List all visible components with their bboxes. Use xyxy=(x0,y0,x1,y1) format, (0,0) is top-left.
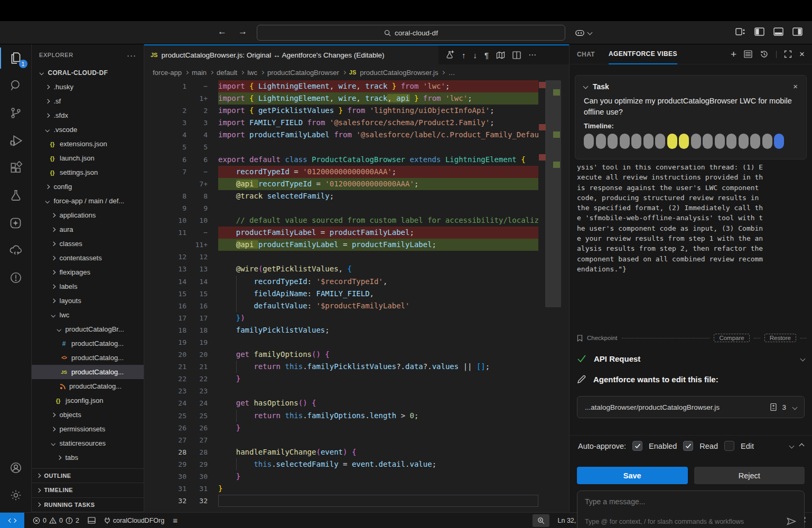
tree-item-productcatalogbr-[interactable]: productCatalogBr... xyxy=(32,322,144,336)
toggle-secondary-sidebar-icon[interactable] xyxy=(792,27,802,36)
agentforce-icon[interactable] xyxy=(0,209,32,237)
default-org-status[interactable]: coralCloudDFOrg xyxy=(104,517,164,524)
reject-button[interactable]: Reject xyxy=(694,467,805,484)
code-line[interactable]: 11+ @api productFamilyLabel = productFam… xyxy=(144,239,569,251)
tree-item-launch-json[interactable]: {}launch.json xyxy=(32,151,144,165)
tree-item-extensions-json[interactable]: {}extensions.json xyxy=(32,137,144,151)
chevron-down-icon[interactable] xyxy=(789,444,795,449)
api-request-row[interactable]: API Request xyxy=(577,350,805,367)
accounts-icon[interactable] xyxy=(0,454,32,482)
breadcrumb-item[interactable]: default xyxy=(217,69,237,77)
tab-agentforce-vibes[interactable]: AGENTFORCE VIBES xyxy=(609,44,677,64)
tree-item-staticresources[interactable]: staticresources xyxy=(32,436,144,450)
expand-panel-icon[interactable] xyxy=(784,50,792,58)
code-line[interactable]: 3030 } xyxy=(144,470,569,483)
code-line[interactable]: 7− recordTypeId = '012000000000000AAA'; xyxy=(144,166,569,178)
problems-icon[interactable] xyxy=(0,264,32,291)
review-changes-icon[interactable] xyxy=(445,50,454,60)
collapse-task-icon[interactable] xyxy=(583,84,589,89)
code-line[interactable]: 7+ @api recordTypeId = '012000000000000A… xyxy=(144,178,569,190)
code-line[interactable]: 11− productFamilyLabel = productFamilyLa… xyxy=(144,227,569,239)
org-browser-cloud-icon[interactable] xyxy=(0,237,32,264)
code-line[interactable]: 2929 this.selectedFamily = event.detail.… xyxy=(144,458,569,470)
send-icon[interactable] xyxy=(786,517,797,526)
code-line[interactable]: 2323 xyxy=(144,385,569,397)
checkbox-edit[interactable] xyxy=(724,441,734,451)
tree-item-objects[interactable]: objects xyxy=(32,408,144,422)
sidebar-section-running-tasks[interactable]: RUNNING TASKS xyxy=(32,498,144,513)
tree-item-layouts[interactable]: layouts xyxy=(32,294,144,308)
problems-status[interactable]: 0 0 2 xyxy=(33,517,79,524)
nav-back-icon[interactable]: ← xyxy=(218,26,227,37)
toggle-panel-icon[interactable] xyxy=(773,27,783,36)
code-line[interactable]: 3232 xyxy=(144,495,569,507)
breadcrumb-item[interactable]: main xyxy=(192,69,207,77)
code-line[interactable]: 88 @track selectedFamily; xyxy=(144,190,569,202)
code-line[interactable]: 1515 fieldApiName: FAMILY_FIELD, xyxy=(144,288,569,300)
chevron-down-icon[interactable] xyxy=(800,356,806,361)
tree-item-classes[interactable]: classes xyxy=(32,237,144,251)
code-line[interactable]: 2727 xyxy=(144,434,569,446)
code-line[interactable]: 1818 familyPicklistValues; xyxy=(144,324,569,336)
code-line[interactable]: 1010 // default value sourced from custo… xyxy=(144,214,569,227)
new-chat-icon[interactable]: + xyxy=(731,49,736,60)
breadcrumb-item[interactable]: productCatalogBrowser.js xyxy=(360,69,438,77)
code-line[interactable]: 22import { getPicklistValues } from 'lig… xyxy=(144,105,569,117)
code-line[interactable]: 1313 @wire(getPicklistValues, { xyxy=(144,263,569,275)
code-line[interactable]: 2020 get familyOptions() { xyxy=(144,348,569,361)
source-control-icon[interactable] xyxy=(0,99,32,127)
message-input[interactable]: Type a message... Type @ for context, / … xyxy=(577,491,805,528)
whitespace-icon[interactable]: ¶ xyxy=(484,51,489,60)
tree-item-aura[interactable]: aura xyxy=(32,222,144,237)
tree-item-settings-json[interactable]: {}settings.json xyxy=(32,165,144,180)
checkbox-enabled[interactable] xyxy=(632,441,642,451)
tree-item-coral-cloud-df[interactable]: CORAL-CLOUD-DF xyxy=(32,65,144,80)
command-center-search[interactable]: coral-cloud-df xyxy=(257,25,565,41)
tree-item--sf[interactable]: .sf xyxy=(32,94,144,108)
code-line[interactable]: 1616 defaultValue: '$productFamilyLabel' xyxy=(144,300,569,312)
tree-item-applications[interactable]: applications xyxy=(32,208,144,222)
file-chip[interactable]: ...atalogBrowser/productCatalogBrowser.j… xyxy=(577,396,805,418)
restore-button[interactable]: Restore xyxy=(764,334,796,342)
copilot-menu-button[interactable] xyxy=(574,27,592,38)
code-line[interactable]: 1+import { LightningElement, wire, track… xyxy=(144,92,569,105)
testing-icon[interactable] xyxy=(0,182,32,209)
code-line[interactable]: 1414 recordTypeId: '$recordTypeId', xyxy=(144,276,569,288)
code-line[interactable]: 1−import { LightningElement, wire, track… xyxy=(144,80,569,92)
explorer-icon[interactable]: 1 xyxy=(0,44,32,72)
tree-item--sfdx[interactable]: .sfdx xyxy=(32,108,144,122)
breadcrumbs[interactable]: force-appmaindefaultlwcproductCatalogBro… xyxy=(144,64,569,80)
tree-item-contentassets[interactable]: contentassets xyxy=(32,251,144,265)
tree-item--vscode[interactable]: .vscode xyxy=(32,122,144,137)
tree-item--husky[interactable]: .husky xyxy=(32,80,144,94)
code-line[interactable]: 99 xyxy=(144,202,569,214)
tree-item-jsconfig-json[interactable]: {}jsconfig.json xyxy=(32,393,144,408)
breadcrumb-item[interactable]: lwc xyxy=(247,69,257,77)
tree-item-productcatalog-[interactable]: JSproductCatalog... xyxy=(32,365,144,379)
nav-forward-icon[interactable]: → xyxy=(238,26,247,37)
chevron-down-icon[interactable] xyxy=(792,404,798,410)
settings-gear-icon[interactable] xyxy=(0,482,32,509)
breadcrumb-item[interactable]: force-app xyxy=(153,69,182,77)
editor-scrollbar[interactable] xyxy=(545,80,561,307)
remote-indicator[interactable] xyxy=(0,513,24,528)
extensions-icon[interactable] xyxy=(0,154,32,182)
tree-item-productcatalog-[interactable]: <>productCatalog... xyxy=(32,351,144,365)
tree-item-tabs[interactable]: tabs xyxy=(32,450,144,465)
code-line[interactable]: 55 xyxy=(144,141,569,153)
code-line[interactable]: 2121 return this.familyPicklistValues?.d… xyxy=(144,361,569,373)
tree-item-flexipages[interactable]: flexipages xyxy=(32,265,144,279)
code-line[interactable]: 2626 } xyxy=(144,422,569,434)
code-line[interactable]: 44import productFamilyLabel from '@sales… xyxy=(144,129,569,141)
code-line[interactable]: 1919 xyxy=(144,336,569,348)
code-line[interactable]: 2828 handleFamilyChange(event) { xyxy=(144,446,569,458)
save-button[interactable]: Save xyxy=(577,467,688,484)
tree-item-lwc[interactable]: lwc xyxy=(32,308,144,322)
chevron-up-icon[interactable] xyxy=(799,444,805,449)
sidebar-section-timeline[interactable]: TIMELINE xyxy=(32,483,144,498)
previous-change-icon[interactable]: ↑ xyxy=(462,51,466,60)
tree-item-productcatalog-[interactable]: productCatalog... xyxy=(32,379,144,393)
tree-item-productcatalog-[interactable]: #productCatalog... xyxy=(32,336,144,351)
tasks-status-icon[interactable]: ≡ xyxy=(173,516,178,525)
open-preview-icon[interactable] xyxy=(496,51,505,59)
